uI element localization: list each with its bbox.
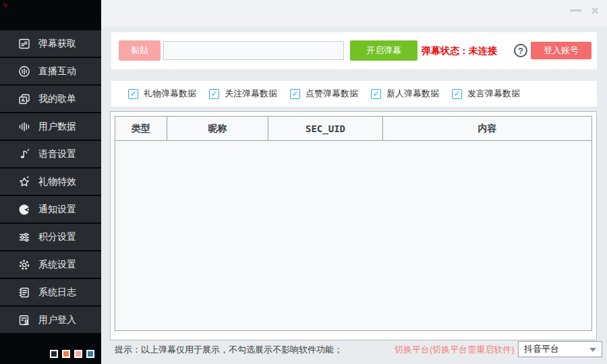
- chevron-down-icon: [589, 348, 596, 352]
- playlist-card-icon: A: [18, 92, 31, 106]
- filter-label: 发言弹幕数据: [467, 88, 520, 100]
- sidebar-item-label: 系统日志: [38, 286, 76, 299]
- danmaku-list-icon: [18, 37, 31, 51]
- sidebar-item-label: 直播互动: [38, 65, 76, 78]
- sidebar: 弹幕获取 直播互动 A: [0, 0, 101, 364]
- checkbox-checked-icon[interactable]: ✓: [128, 89, 138, 99]
- sliders-icon: [18, 231, 31, 244]
- sidebar-item-label: 系统设置: [38, 259, 76, 271]
- sidebar-item-user-login[interactable]: 用户登入: [0, 307, 101, 333]
- theme-swatch-teal[interactable]: [86, 350, 94, 358]
- danmaku-table-panel: 类型 昵称 SEC_UID 内容: [110, 111, 597, 340]
- sidebar-item-label: 我的歌单: [38, 93, 76, 105]
- filter-chat-danmaku[interactable]: ✓ 发言弹幕数据: [452, 81, 520, 107]
- sidebar-item-live-interact[interactable]: 直播互动: [0, 58, 101, 84]
- filter-label: 关注弹幕数据: [225, 88, 277, 100]
- filter-label: 新人弹幕数据: [386, 88, 439, 100]
- close-button[interactable]: ×: [588, 3, 602, 19]
- sidebar-item-system-log[interactable]: 系统日志: [0, 279, 101, 305]
- main-area: × 黏贴 开启弹幕 弹幕状态：未连接 ? 登入账号 ✓ 礼物弹幕数据 ✓ 关注弹…: [101, 0, 607, 364]
- user-doc-icon: [18, 313, 31, 327]
- sidebar-item-points-settings[interactable]: 积分设置: [0, 224, 101, 250]
- login-account-button[interactable]: 登入账号: [531, 42, 591, 59]
- danmaku-control-panel: 黏贴 开启弹幕 弹幕状态：未连接 ? 登入账号: [111, 32, 597, 69]
- star-icon: [18, 175, 31, 189]
- filter-like-danmaku[interactable]: ✓ 点赞弹幕数据: [290, 81, 358, 107]
- danmaku-table: 类型 昵称 SEC_UID 内容: [115, 116, 592, 331]
- theme-swatch-orange[interactable]: [62, 350, 70, 358]
- platform-dropdown[interactable]: 抖音平台: [518, 341, 602, 357]
- live-circle-icon: [18, 65, 31, 78]
- pacman-bell-icon: [18, 203, 31, 216]
- sidebar-item-label: 礼物特效: [38, 176, 76, 188]
- sidebar-item-notify-settings[interactable]: 通知设置: [0, 196, 101, 222]
- sidebar-item-my-playlist[interactable]: A 我的歌单: [0, 86, 101, 112]
- app-window: 弹幕获取 直播互动 A: [0, 0, 607, 364]
- log-book-icon: [18, 286, 31, 299]
- column-header-type: 类型: [115, 117, 167, 140]
- sidebar-item-label: 通知设置: [38, 204, 76, 216]
- filter-label: 点赞弹幕数据: [306, 88, 358, 100]
- equalizer-bars-icon: [18, 120, 31, 133]
- sidebar-item-user-data[interactable]: 用户数据: [0, 113, 101, 140]
- sidebar-item-label: 用户数据: [38, 121, 76, 133]
- sidebar-item-voice-settings[interactable]: 语音设置: [0, 141, 101, 167]
- filter-newcomer-danmaku[interactable]: ✓ 新人弹幕数据: [371, 81, 439, 107]
- footer-hint-text: 提示：以上弹幕仅用于展示，不勾选展示不影响软件功能；: [115, 344, 343, 356]
- titlebar: ×: [101, 0, 607, 27]
- gear-icon: [18, 258, 31, 272]
- music-note-icon: [18, 148, 31, 161]
- sidebar-item-label: 语音设置: [38, 148, 76, 160]
- sidebar-menu: 弹幕获取 直播互动 A: [0, 30, 101, 334]
- sidebar-item-system-settings[interactable]: 系统设置: [0, 251, 101, 278]
- platform-selected-value: 抖音平台: [524, 342, 559, 357]
- room-url-input[interactable]: [163, 41, 344, 60]
- checkbox-checked-icon[interactable]: ✓: [452, 89, 462, 99]
- checkbox-checked-icon[interactable]: ✓: [290, 89, 300, 99]
- table-body-empty: [115, 141, 591, 331]
- table-header-row: 类型 昵称 SEC_UID 内容: [115, 117, 591, 141]
- app-logo: [3, 3, 8, 8]
- minimize-button[interactable]: [570, 9, 581, 11]
- sidebar-item-gift-effects[interactable]: 礼物特效: [0, 169, 101, 195]
- column-header-sec-uid: SEC_UID: [268, 117, 383, 140]
- column-header-nickname: 昵称: [167, 117, 268, 140]
- filter-label: 礼物弹幕数据: [144, 88, 196, 100]
- theme-swatch-pink[interactable]: [74, 350, 82, 358]
- start-danmaku-button[interactable]: 开启弹幕: [350, 40, 417, 61]
- theme-swatches: [50, 350, 94, 358]
- sidebar-item-danmaku-get[interactable]: 弹幕获取: [0, 30, 101, 57]
- sidebar-item-label: 积分设置: [38, 231, 76, 243]
- checkbox-checked-icon[interactable]: ✓: [209, 89, 219, 99]
- paste-button[interactable]: 黏贴: [119, 40, 161, 61]
- filter-gift-danmaku[interactable]: ✓ 礼物弹幕数据: [128, 81, 196, 107]
- danmaku-filter-bar: ✓ 礼物弹幕数据 ✓ 关注弹幕数据 ✓ 点赞弹幕数据 ✓ 新人弹幕数据 ✓ 发言…: [111, 81, 597, 107]
- sidebar-item-label: 用户登入: [38, 314, 76, 326]
- danmaku-status-text: 弹幕状态：未连接: [422, 32, 497, 69]
- help-icon[interactable]: ?: [514, 44, 527, 57]
- checkbox-checked-icon[interactable]: ✓: [371, 89, 381, 99]
- column-header-content: 内容: [383, 117, 591, 140]
- svg-text:A: A: [21, 97, 25, 103]
- filter-follow-danmaku[interactable]: ✓ 关注弹幕数据: [209, 81, 277, 107]
- sidebar-item-label: 弹幕获取: [38, 38, 76, 50]
- switch-platform-text: 切换平台(切换平台需重启软件): [395, 344, 515, 356]
- theme-swatch-dark[interactable]: [50, 350, 58, 358]
